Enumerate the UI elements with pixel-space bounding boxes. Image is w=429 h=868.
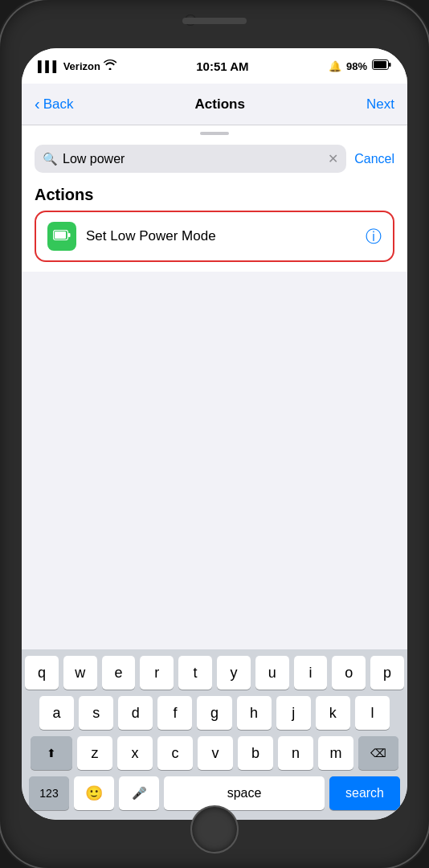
key-y[interactable]: y: [217, 656, 251, 690]
key-k[interactable]: k: [316, 696, 350, 730]
actions-section: Actions Set Low Power Mode ⓘ: [22, 182, 407, 272]
back-button[interactable]: ‹ Back: [35, 95, 73, 113]
key-o[interactable]: o: [332, 656, 366, 690]
key-x[interactable]: x: [117, 736, 153, 770]
drag-handle-area: [22, 125, 407, 138]
search-field-container[interactable]: 🔍 ✕: [35, 145, 346, 173]
carrier-label: Verizon: [63, 60, 100, 72]
status-time: 10:51 AM: [196, 59, 248, 73]
actions-heading: Actions: [35, 186, 394, 204]
key-e[interactable]: e: [102, 656, 136, 690]
svg-rect-2: [389, 63, 391, 67]
navigation-bar: ‹ Back Actions Next: [22, 84, 407, 125]
keyboard-row-3: ⬆ z x c v b n m ⌫: [25, 736, 404, 770]
keyboard-row-1: q w e r t y u i o p: [25, 656, 404, 690]
space-key[interactable]: space: [164, 776, 325, 810]
key-p[interactable]: p: [370, 656, 404, 690]
keyboard-row-2: a s d f g h j k l: [25, 696, 404, 730]
svg-rect-1: [374, 61, 386, 68]
search-key[interactable]: search: [329, 776, 400, 810]
key-n[interactable]: n: [278, 736, 313, 770]
key-r[interactable]: r: [140, 656, 174, 690]
key-b[interactable]: b: [238, 736, 273, 770]
drag-handle-bar: [200, 132, 229, 135]
key-f[interactable]: f: [157, 696, 192, 730]
action-info-button[interactable]: ⓘ: [366, 226, 382, 248]
key-w[interactable]: w: [63, 656, 97, 690]
cancel-button[interactable]: Cancel: [354, 152, 394, 166]
set-low-power-mode-item[interactable]: Set Low Power Mode ⓘ: [35, 211, 394, 262]
key-q[interactable]: q: [25, 656, 59, 690]
signal-bars: ▌▌▌: [38, 60, 60, 72]
status-right: 🔔 98%: [329, 59, 391, 72]
emoji-key[interactable]: 🙂: [74, 776, 114, 810]
delete-key[interactable]: ⌫: [358, 736, 398, 770]
key-l[interactable]: l: [355, 696, 390, 730]
search-area: 🔍 ✕ Cancel: [22, 138, 407, 182]
key-c[interactable]: c: [157, 736, 193, 770]
key-a[interactable]: a: [39, 696, 74, 730]
back-label: Back: [43, 96, 74, 113]
key-s[interactable]: s: [79, 696, 113, 730]
next-button[interactable]: Next: [366, 96, 394, 113]
home-button[interactable]: [190, 805, 239, 854]
key-i[interactable]: i: [294, 656, 328, 690]
phone-frame: ▌▌▌ Verizon 10:51 AM 🔔 98%: [0, 0, 429, 868]
phone-screen: ▌▌▌ Verizon 10:51 AM 🔔 98%: [22, 48, 407, 820]
earpiece-speaker: [182, 18, 247, 24]
key-h[interactable]: h: [237, 696, 272, 730]
clear-search-button[interactable]: ✕: [328, 151, 338, 166]
battery-icon: [372, 59, 391, 72]
key-j[interactable]: j: [276, 696, 311, 730]
search-icon: 🔍: [43, 152, 58, 166]
content-area: [22, 272, 407, 649]
back-chevron-icon: ‹: [35, 95, 40, 113]
status-bar: ▌▌▌ Verizon 10:51 AM 🔔 98%: [22, 48, 407, 84]
search-input[interactable]: [63, 152, 323, 166]
key-v[interactable]: v: [198, 736, 233, 770]
action-label: Set Low Power Mode: [86, 228, 356, 244]
mic-key[interactable]: 🎤: [119, 776, 159, 810]
key-m[interactable]: m: [318, 736, 353, 770]
nav-title: Actions: [195, 96, 245, 113]
shift-key[interactable]: ⬆: [31, 736, 72, 770]
status-left: ▌▌▌ Verizon: [38, 59, 116, 72]
key-z[interactable]: z: [77, 736, 112, 770]
battery-icon-green: [53, 228, 71, 245]
wifi-icon: [104, 59, 116, 72]
numbers-key[interactable]: 123: [29, 776, 69, 810]
battery-percentage: 98%: [346, 60, 367, 72]
svg-rect-4: [55, 231, 66, 239]
keyboard: q w e r t y u i o p a s d f g h j k: [22, 649, 407, 820]
action-icon-battery: [47, 222, 76, 251]
key-g[interactable]: g: [197, 696, 231, 730]
key-u[interactable]: u: [255, 656, 289, 690]
svg-rect-5: [68, 233, 71, 237]
alarm-icon: 🔔: [329, 60, 341, 72]
key-d[interactable]: d: [118, 696, 153, 730]
key-t[interactable]: t: [178, 656, 212, 690]
